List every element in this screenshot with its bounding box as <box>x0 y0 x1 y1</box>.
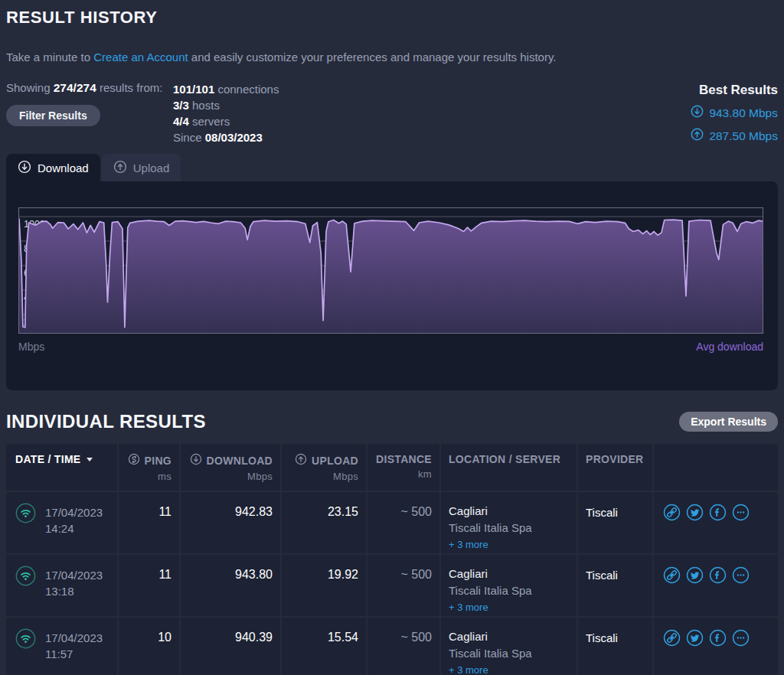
summary-bar: Showing 274/274 results from: Filter Res… <box>6 81 778 145</box>
more-servers-link[interactable]: + 3 more <box>449 664 569 675</box>
location-name: Cagliari <box>449 503 569 517</box>
link-icon[interactable] <box>663 566 681 616</box>
table-row-1-download: 943.80 <box>181 555 280 616</box>
column-header-share <box>654 444 778 491</box>
twitter-icon[interactable] <box>686 504 704 553</box>
showing-text: Showing 274/274 results from: <box>6 81 173 95</box>
upload-circle-icon <box>295 453 307 468</box>
table-row-0-location: Cagliari Tiscali Italia Spa + 3 more <box>441 492 577 553</box>
table-row-0-download: 942.83 <box>181 492 280 553</box>
create-account-link[interactable]: Create an Account <box>93 51 188 64</box>
summary-left: Showing 274/274 results from: Filter Res… <box>6 81 173 145</box>
column-header-distance[interactable]: DISTANCE km <box>368 444 439 491</box>
best-upload-value: 287.50 Mbps <box>709 129 778 143</box>
column-header-provider[interactable]: PROVIDER <box>578 444 652 491</box>
column-header-date-time[interactable]: DATE / TIME <box>6 444 117 491</box>
table-row-2-share <box>654 618 778 675</box>
location-name: Cagliari <box>449 566 569 580</box>
table-row-2-date: 17/04/202311:57 <box>6 618 117 675</box>
server-name: Tiscali Italia Spa <box>449 647 569 660</box>
table-row-0-provider: Tiscali <box>578 492 652 553</box>
chart-series-label: Avg download <box>696 341 763 353</box>
chart-y-axis-label: Mbps <box>18 341 44 353</box>
table-row-1-provider: Tiscali <box>578 555 652 616</box>
wifi-icon <box>15 566 36 616</box>
result-date: 17/04/2023 <box>45 567 103 583</box>
table-row-0-share <box>654 492 778 553</box>
download-chart-plot: 1000800600400200 <box>18 207 763 334</box>
table-row-0-distance: ~ 500 <box>368 492 439 553</box>
more-icon[interactable] <box>732 566 750 616</box>
server-name: Tiscali Italia Spa <box>449 584 569 597</box>
tab-download[interactable]: Download <box>6 154 100 181</box>
best-download: 943.80 Mbps <box>691 105 778 121</box>
result-date: 17/04/2023 <box>45 504 103 520</box>
intro-text: Take a minute to Create an Account and e… <box>6 51 778 64</box>
more-icon[interactable] <box>732 629 750 675</box>
results-table: DATE / TIME PING ms DOWNLOAD Mbps <box>6 444 778 675</box>
table-row-2-location: Cagliari Tiscali Italia Spa + 3 more <box>441 618 577 675</box>
link-icon[interactable] <box>663 504 681 553</box>
facebook-icon[interactable] <box>709 504 727 553</box>
best-results: Best Results 943.80 Mbps 287.50 Mbps <box>691 81 778 145</box>
best-results-title: Best Results <box>691 83 778 98</box>
showing-count: 274/274 <box>54 81 96 94</box>
tab-upload[interactable]: Upload <box>102 154 181 181</box>
export-results-button[interactable]: Export Results <box>679 412 778 432</box>
facebook-icon[interactable] <box>709 566 727 616</box>
summary-stats: 101/101 connections 3/3 hosts 4/4 server… <box>173 81 279 145</box>
table-row-1-location: Cagliari Tiscali Italia Spa + 3 more <box>441 555 577 616</box>
result-history-page: RESULT HISTORY Take a minute to Create a… <box>0 0 784 675</box>
intro-prefix: Take a minute to <box>6 51 93 64</box>
showing-prefix: Showing <box>6 81 54 94</box>
individual-results-header: INDIVIDUAL RESULTS Export Results <box>6 410 778 433</box>
download-chart-panel: 1000800600400200 Mbps Avg download <box>6 181 778 390</box>
upload-circle-icon <box>691 128 704 144</box>
link-icon[interactable] <box>663 629 681 675</box>
twitter-icon[interactable] <box>686 629 704 675</box>
server-name: Tiscali Italia Spa <box>449 521 569 534</box>
individual-results-title: INDIVIDUAL RESULTS <box>6 411 206 432</box>
showing-suffix: results from: <box>96 81 163 94</box>
best-download-value: 943.80 Mbps <box>709 106 778 120</box>
sort-desc-icon <box>87 458 93 461</box>
table-row-2-provider: Tiscali <box>578 618 652 675</box>
stat-servers: 4/4 servers <box>173 113 279 129</box>
column-header-ping[interactable]: PING ms <box>119 444 179 491</box>
table-row-2-download: 940.39 <box>181 618 280 675</box>
stat-connections: 101/101 connections <box>173 81 279 97</box>
page-title: RESULT HISTORY <box>6 0 778 28</box>
table-row-2-distance: ~ 500 <box>368 618 439 675</box>
filter-results-button[interactable]: Filter Results <box>6 105 100 126</box>
table-row-1-share <box>654 555 778 616</box>
table-row-2-upload: 15.54 <box>282 618 366 675</box>
stat-hosts: 3/3 hosts <box>173 97 279 113</box>
result-time: 14:24 <box>45 520 103 536</box>
best-upload: 287.50 Mbps <box>691 128 778 144</box>
stat-since: Since 08/03/2023 <box>173 129 279 145</box>
table-row-0-date: 17/04/202314:24 <box>6 492 117 553</box>
download-circle-icon <box>691 105 704 121</box>
column-header-download[interactable]: DOWNLOAD Mbps <box>181 444 280 491</box>
table-row-1-date: 17/04/202313:18 <box>6 555 117 616</box>
result-time: 13:18 <box>45 583 103 599</box>
table-row-0-upload: 23.15 <box>282 492 366 553</box>
column-header-upload[interactable]: UPLOAD Mbps <box>282 444 366 491</box>
more-icon[interactable] <box>732 504 750 553</box>
more-servers-link[interactable]: + 3 more <box>449 602 569 613</box>
more-servers-link[interactable]: + 3 more <box>449 539 569 550</box>
table-row-2-ping: 10 <box>119 618 179 675</box>
download-circle-icon <box>18 160 31 176</box>
upload-circle-icon <box>113 160 127 176</box>
twitter-icon[interactable] <box>686 566 704 616</box>
wifi-icon <box>15 628 36 675</box>
chart-tabs: Download Upload <box>6 154 778 181</box>
facebook-icon[interactable] <box>709 629 727 675</box>
column-header-location-server[interactable]: LOCATION / SERVER <box>441 444 577 491</box>
tab-upload-label: Upload <box>133 161 170 174</box>
ping-icon <box>128 453 140 468</box>
table-row-1-upload: 19.92 <box>282 555 366 616</box>
table-row-0-ping: 11 <box>119 492 179 553</box>
location-name: Cagliari <box>449 628 569 643</box>
table-row-1-ping: 11 <box>119 555 179 616</box>
